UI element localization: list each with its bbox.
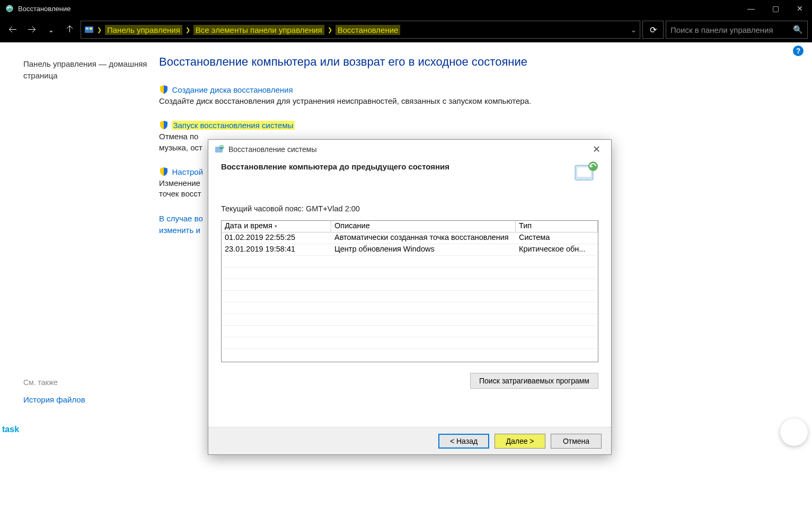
cell-type: Система xyxy=(516,232,598,244)
desc-fragment: точек восст xyxy=(159,189,201,198)
close-button[interactable]: ✕ xyxy=(788,0,812,17)
cancel-button[interactable]: Отмена xyxy=(551,434,602,449)
configure-restore-link[interactable]: Настрой xyxy=(172,167,203,176)
chevron-right-icon: ❯ xyxy=(97,26,102,33)
table-row[interactable]: 01.02.2019 22:55:25 Автоматически создан… xyxy=(222,232,598,244)
recovery-option: Создание диска восстановления Создайте д… xyxy=(159,85,791,106)
breadcrumb-item[interactable]: Восстановление xyxy=(336,25,401,35)
task-label: task xyxy=(0,425,19,434)
restore-icon xyxy=(215,145,224,154)
shield-icon xyxy=(159,85,169,94)
maximize-button[interactable]: ▢ xyxy=(763,0,788,17)
search-icon: 🔍 xyxy=(793,25,803,34)
link-fragment: изменить и xyxy=(159,226,200,235)
table-row[interactable] xyxy=(222,337,598,349)
window-title: Восстановление xyxy=(18,5,70,13)
table-row[interactable] xyxy=(222,279,598,291)
dialog-title: Восстановление системы xyxy=(228,145,317,154)
svg-rect-3 xyxy=(90,28,92,30)
refresh-button[interactable]: ⟳ xyxy=(642,21,664,39)
breadcrumb[interactable]: ❯ Панель управления ❯ Все элементы панел… xyxy=(81,21,640,39)
table-row[interactable] xyxy=(222,256,598,267)
see-also-label: См. также xyxy=(23,378,149,387)
dialog-close-button[interactable]: ✕ xyxy=(588,141,605,157)
table-row[interactable] xyxy=(222,302,598,314)
system-restore-dialog: Восстановление системы ✕ Восстановление … xyxy=(208,139,612,455)
table-header: Дата и время▾ Описание Тип xyxy=(222,221,598,232)
window-titlebar: Восстановление — ▢ ✕ xyxy=(0,0,812,17)
desc-fragment: Изменение xyxy=(159,178,200,187)
help-icon[interactable]: ? xyxy=(793,46,804,56)
desc-fragment: Отмена по xyxy=(159,132,198,141)
minimize-button[interactable]: — xyxy=(739,0,763,17)
table-row[interactable] xyxy=(222,291,598,302)
sidebar: Панель управления — домашняя страница См… xyxy=(0,42,159,519)
affected-programs-button[interactable]: Поиск затрагиваемых программ xyxy=(470,373,598,389)
forward-icon[interactable]: 🡢 xyxy=(23,21,40,38)
chevron-right-icon: ❯ xyxy=(328,26,332,33)
back-button[interactable]: < Назад xyxy=(438,434,489,449)
sort-desc-icon: ▾ xyxy=(275,223,277,229)
next-button[interactable]: Далее > xyxy=(495,434,545,449)
option-desc: Создайте диск восстановления для устране… xyxy=(159,96,791,106)
recent-icon[interactable]: ⌄ xyxy=(42,21,59,38)
cell-type: Критическое обн... xyxy=(516,244,598,255)
svg-point-8 xyxy=(588,162,598,171)
cell-datetime: 23.01.2019 19:58:41 xyxy=(222,244,331,255)
dialog-footer: < Назад Далее > Отмена xyxy=(208,427,611,454)
search-input[interactable]: Поиск в панели управления 🔍 xyxy=(666,21,808,39)
link-fragment: В случае во xyxy=(159,214,203,223)
chevron-right-icon: ❯ xyxy=(186,26,190,33)
control-panel-icon xyxy=(84,25,94,34)
restore-points-table[interactable]: Дата и время▾ Описание Тип 01.02.2019 22… xyxy=(221,220,598,362)
cell-desc: Автоматически созданная точка восстановл… xyxy=(331,232,516,244)
svg-point-5 xyxy=(219,145,224,149)
page-title: Восстановление компьютера или возврат ег… xyxy=(159,55,791,69)
table-row[interactable] xyxy=(222,326,598,337)
control-panel-home-link[interactable]: Панель управления — домашняя страница xyxy=(23,58,149,82)
table-row[interactable]: 23.01.2019 19:58:41 Центр обновления Win… xyxy=(222,244,598,256)
floating-button[interactable] xyxy=(780,418,808,446)
svg-rect-7 xyxy=(577,167,591,177)
up-icon[interactable]: 🡡 xyxy=(61,21,78,38)
table-row[interactable] xyxy=(222,267,598,279)
table-row[interactable] xyxy=(222,349,598,361)
back-icon[interactable]: 🡠 xyxy=(4,21,21,38)
shield-icon xyxy=(159,167,169,176)
search-placeholder: Поиск в панели управления xyxy=(670,25,773,34)
restore-large-icon xyxy=(574,161,598,183)
col-datetime[interactable]: Дата и время▾ xyxy=(222,221,331,232)
dialog-titlebar: Восстановление системы ✕ xyxy=(208,140,611,159)
cell-desc: Центр обновления Windows xyxy=(331,244,516,255)
app-icon xyxy=(5,4,14,13)
shield-icon xyxy=(159,120,169,130)
create-recovery-disk-link[interactable]: Создание диска восстановления xyxy=(172,85,293,94)
breadcrumb-item[interactable]: Панель управления xyxy=(105,25,182,35)
start-system-restore-link[interactable]: Запуск восстановления системы xyxy=(172,121,294,130)
col-type[interactable]: Тип xyxy=(516,221,598,232)
svg-point-0 xyxy=(6,5,13,12)
dialog-heading: Восстановление компьютера до предыдущего… xyxy=(221,161,449,171)
col-description[interactable]: Описание xyxy=(331,221,516,232)
svg-rect-2 xyxy=(86,28,89,30)
file-history-link[interactable]: История файлов xyxy=(23,395,149,404)
breadcrumb-item[interactable]: Все элементы панели управления xyxy=(193,25,324,35)
timezone-label: Текущий часовой пояс: GMT+Vlad 2:00 xyxy=(221,204,598,213)
desc-fragment: музыка, ост xyxy=(159,143,202,152)
cell-datetime: 01.02.2019 22:55:25 xyxy=(222,232,331,244)
table-row[interactable] xyxy=(222,314,598,326)
nav-bar: 🡠 🡢 ⌄ 🡡 ❯ Панель управления ❯ Все элемен… xyxy=(0,17,812,42)
chevron-down-icon[interactable]: ⌄ xyxy=(631,26,637,34)
